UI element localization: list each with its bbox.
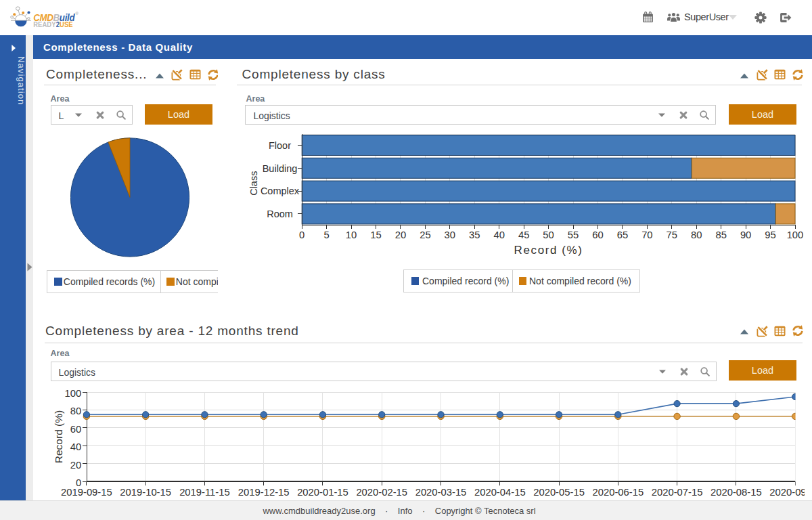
svg-text:2020-05-15: 2020-05-15 bbox=[533, 487, 585, 498]
svg-text:2020-01-15: 2020-01-15 bbox=[297, 487, 348, 498]
svg-text:Complex: Complex bbox=[261, 186, 300, 196]
svg-text:25: 25 bbox=[420, 230, 430, 240]
svg-text:2019-10-15: 2019-10-15 bbox=[120, 487, 171, 498]
svg-text:100: 100 bbox=[787, 230, 804, 240]
svg-text:2019-11-15: 2019-11-15 bbox=[179, 487, 230, 498]
svg-text:2020-09-15: 2020-09-15 bbox=[769, 487, 805, 498]
svg-text:95: 95 bbox=[765, 230, 775, 240]
svg-text:2020-06-15: 2020-06-15 bbox=[592, 487, 644, 498]
svg-text:2019-09-15: 2019-09-15 bbox=[61, 487, 112, 498]
svg-text:0: 0 bbox=[299, 230, 304, 240]
svg-text:Building: Building bbox=[263, 163, 298, 174]
svg-text:Class: Class bbox=[248, 171, 259, 196]
svg-text:55: 55 bbox=[568, 230, 579, 240]
svg-text:35: 35 bbox=[469, 230, 480, 240]
svg-text:30: 30 bbox=[445, 230, 455, 240]
svg-text:®: ® bbox=[76, 12, 79, 16]
svg-text:65: 65 bbox=[617, 230, 628, 240]
svg-text:75: 75 bbox=[667, 230, 677, 240]
svg-text:20: 20 bbox=[395, 230, 406, 240]
svg-text:20: 20 bbox=[70, 460, 81, 471]
svg-text:45: 45 bbox=[518, 230, 529, 240]
svg-text:10: 10 bbox=[346, 230, 357, 240]
svg-text:Room: Room bbox=[267, 209, 293, 219]
svg-text:85: 85 bbox=[715, 230, 726, 240]
svg-text:Record (%): Record (%) bbox=[53, 410, 64, 463]
svg-text:40: 40 bbox=[493, 230, 504, 240]
svg-text:80: 80 bbox=[691, 230, 702, 240]
svg-text:60: 60 bbox=[70, 424, 81, 435]
svg-text:2020-02-15: 2020-02-15 bbox=[356, 487, 407, 498]
svg-text:90: 90 bbox=[740, 230, 751, 240]
svg-text:READY2USE: READY2USE bbox=[33, 21, 73, 28]
svg-text:2020-03-15: 2020-03-15 bbox=[415, 487, 467, 498]
svg-text:Record (%): Record (%) bbox=[514, 244, 583, 257]
svg-text:5: 5 bbox=[324, 230, 330, 240]
svg-text:50: 50 bbox=[543, 230, 554, 240]
svg-text:2020-07-15: 2020-07-15 bbox=[652, 487, 703, 498]
svg-text:80: 80 bbox=[70, 406, 81, 416]
svg-text:2020-08-15: 2020-08-15 bbox=[710, 487, 762, 498]
svg-text:100: 100 bbox=[65, 388, 82, 399]
svg-text:60: 60 bbox=[592, 230, 603, 240]
svg-text:2019-12-15: 2019-12-15 bbox=[238, 487, 290, 498]
svg-text:70: 70 bbox=[641, 230, 652, 240]
svg-text:40: 40 bbox=[70, 441, 81, 452]
svg-text:Floor: Floor bbox=[269, 140, 291, 151]
svg-text:15: 15 bbox=[370, 230, 381, 240]
svg-text:2020-04-15: 2020-04-15 bbox=[474, 487, 526, 498]
